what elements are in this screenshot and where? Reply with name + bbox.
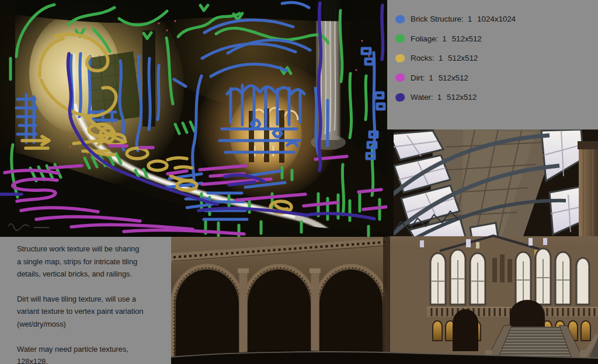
legend-label: Foliage: [411, 34, 438, 43]
notes-panel: Structure work texture will be sharing a… [0, 237, 171, 364]
concept-art-annotated [0, 0, 387, 237]
note-water-texture: Water may need particle textures, 128x12… [17, 343, 171, 364]
legend-label: Water: [411, 93, 433, 102]
legend-item-water: Water:1512x512 [387, 88, 598, 107]
legend-size: 512x512 [447, 93, 477, 102]
legend-count: 1 [437, 93, 441, 102]
legend-item-brick-structure: Brick Structure:11024x1024 [387, 9, 598, 29]
legend-label: Brick Structure: [411, 15, 464, 23]
legend-label: Dirt: [411, 74, 425, 82]
texture-legend-panel: Brick Structure:11024x1024 Foliage:1512x… [387, 0, 598, 130]
legend-size: 512x512 [439, 74, 468, 82]
legend-count: 1 [429, 74, 433, 82]
legend-count: 1 [468, 15, 472, 23]
dirt-swatch-icon [395, 73, 405, 82]
brick-structure-swatch-icon [395, 15, 405, 24]
legend-count: 1 [439, 54, 443, 62]
note-structure-texture: Structure work texture will be sharing a… [17, 243, 171, 281]
legend-count: 1 [442, 34, 446, 43]
concept-art-painting [0, 0, 387, 237]
legend-item-foliage: Foliage:1512x512 [387, 29, 598, 49]
legend-size: 512x512 [448, 54, 478, 62]
legend-size: 512x512 [452, 34, 482, 43]
legend-size: 1024x1024 [477, 15, 516, 23]
legend-item-dirt: Dirt:1512x512 [387, 68, 598, 88]
rocks-swatch-icon [395, 54, 405, 63]
water-swatch-icon [395, 93, 405, 102]
legend-item-rocks: Rocks:1512x512 [387, 48, 598, 68]
legend-label: Rocks: [411, 54, 434, 62]
foliage-swatch-icon [395, 34, 405, 43]
note-dirt-texture: Dirt will have tiling texture, will use … [17, 293, 171, 331]
